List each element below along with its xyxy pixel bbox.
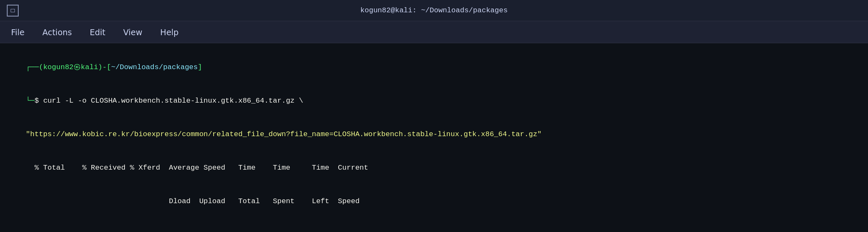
prompt-host-1: kali (81, 63, 98, 71)
terminal-body: ┌──(kogun82㉿kali)-[~/Downloads/packages]… (0, 43, 868, 232)
cmd-curl: curl -L -o CLOSHA.workbench.stable-linux… (43, 97, 303, 105)
command-line-1: └─$ curl -L -o CLOSHA.workbench.stable-l… (8, 84, 860, 118)
progress-header-1: % Total % Received % Xferd Average Speed… (8, 151, 860, 185)
window-icon (7, 5, 19, 17)
prompt-user-1: kogun82 (43, 63, 74, 71)
progress-header-2: Dload Upload Total Spent Left Speed (8, 185, 860, 218)
progress-data-line: 100 685M 100 685M 0 0 31.8M 0 0:00:21 0:… (8, 218, 860, 232)
menu-help[interactable]: Help (153, 25, 185, 39)
prompt-corner-1: ┌──( (26, 63, 43, 71)
prompt-path-1: ~/Downloads/packages (111, 63, 198, 71)
title-bar-left (7, 5, 23, 17)
prompt-bracket-end-1: ] (198, 63, 202, 71)
prompt-dollar-1: $ (34, 97, 43, 105)
prompt-bracket-close-1: )-[ (98, 63, 111, 71)
menu-actions[interactable]: Actions (36, 25, 79, 39)
prompt-dash-1: └─ (26, 97, 34, 105)
title-bar: kogun82@kali: ~/Downloads/packages (0, 0, 868, 21)
url-line: "https://www.kobic.re.kr/bioexpress/comm… (8, 118, 860, 151)
menu-file[interactable]: File (4, 25, 31, 39)
prompt-line-1: ┌──(kogun82㉿kali)-[~/Downloads/packages] (8, 51, 860, 84)
menu-bar: File Actions Edit View Help (0, 21, 868, 43)
window-icon-inner (11, 9, 15, 12)
prompt-at-1: ㉿ (74, 63, 81, 71)
window-title: kogun82@kali: ~/Downloads/packages (360, 6, 508, 14)
progress-header-text-2: Dload Upload Total Spent Left Speed (26, 197, 360, 205)
url-string: "https://www.kobic.re.kr/bioexpress/comm… (26, 130, 542, 138)
menu-view[interactable]: View (116, 25, 149, 39)
progress-header-text-1: % Total % Received % Xferd Average Speed… (26, 164, 368, 172)
menu-edit[interactable]: Edit (83, 25, 112, 39)
